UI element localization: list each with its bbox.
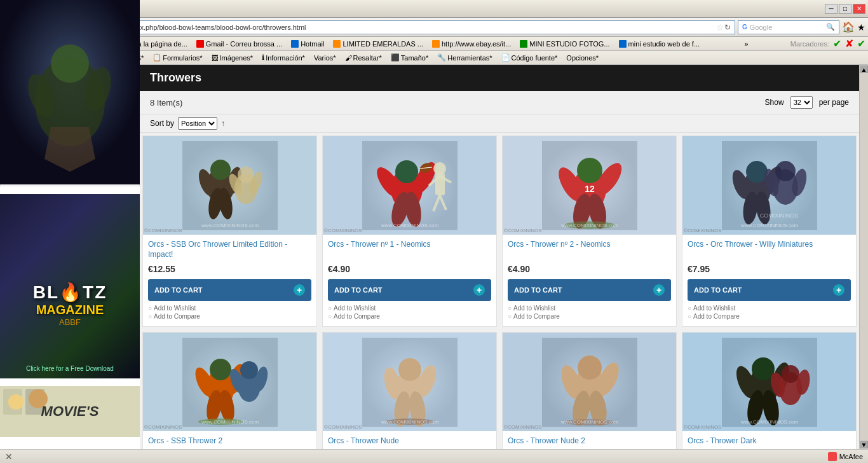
add-to-cart-button[interactable]: ADD TO CART + — [328, 279, 491, 301]
product-name[interactable]: Orcs - SSB Orc Thrower Limited Edition -… — [148, 240, 311, 260]
page-header: Throwers — [140, 65, 859, 91]
sort-select[interactable]: Position Name Price — [178, 117, 217, 130]
add-to-wishlist[interactable]: ○ Add to Wishlist — [688, 305, 851, 312]
wishlist-label: Add to Wishlist — [693, 305, 735, 312]
wishlist-dot: ○ — [328, 305, 332, 312]
product-figure-svg: 12 www.COMIXININOS.com — [542, 141, 637, 230]
product-figure-svg: www.COMIXININOS.com — [182, 141, 278, 230]
dev-label: Tamaño* — [401, 54, 428, 62]
dev-resaltar[interactable]: 🖌 Resaltar* — [342, 53, 384, 62]
dev-codigo[interactable]: 📄 Código fuente* — [499, 53, 560, 62]
product-figure-svg: www.COMIXININOS.com — [182, 338, 278, 427]
add-to-cart-button[interactable]: ADD TO CART + — [508, 279, 671, 301]
dev-opciones[interactable]: Opciones* — [564, 53, 601, 62]
add-to-compare[interactable]: ○ Add to Compare — [148, 313, 311, 320]
svg-point-71 — [240, 361, 258, 379]
dev-imagenes[interactable]: 🖼 Imágenes* — [209, 53, 256, 62]
product-watermark: ©COMIXININOS — [504, 228, 674, 233]
dev-varios[interactable]: Varios* — [311, 53, 339, 62]
svg-point-64 — [210, 359, 231, 380]
products-grid: www.COMIXININOS.com ©COMIXININOS Orcs - … — [140, 133, 859, 449]
wishlist-label: Add to Wishlist — [513, 305, 555, 312]
bookmark-favicon — [196, 40, 204, 48]
add-to-compare[interactable]: ○ Add to Compare — [688, 313, 851, 320]
page-title: Throwers — [150, 71, 849, 85]
minimize-button[interactable]: ─ — [825, 4, 837, 14]
product-image-container: COMIXININOS www.COMIXININOS.com ©COMIXIN… — [682, 136, 856, 235]
product-card: COMIXININOS www.COMIXININOS.com ©COMIXIN… — [682, 135, 857, 327]
bookmark-mini-foto[interactable]: MINI ESTUDIO FOTOG... — [517, 39, 612, 48]
add-to-wishlist[interactable]: ○ Add to Wishlist — [148, 305, 311, 312]
product-name[interactable]: Orcs - Thrower nº 2 - Neomics — [508, 240, 671, 260]
scroll-down-button[interactable]: ▼ — [860, 441, 868, 448]
dev-herramientas[interactable]: 🔧 Herramientas* — [435, 53, 494, 62]
product-name[interactable]: Orcs - Orc Thrower - Willy Miniatures — [688, 240, 851, 260]
bookmark-ebay[interactable]: http://www.ebay.es/it... — [430, 39, 513, 48]
bookmark-mini-web[interactable]: mini estudio web de f... — [616, 39, 703, 48]
product-name[interactable]: Orcs - Thrower Nude — [328, 436, 491, 449]
compare-label: Add to Compare — [334, 313, 380, 320]
bookmark-hotmail[interactable]: Hotmail — [288, 39, 327, 48]
bookmark-emeraldas[interactable]: LIMITED EMERALDAS ... — [330, 39, 426, 48]
add-to-wishlist[interactable]: ○ Add to Wishlist — [508, 305, 671, 312]
product-name[interactable]: Orcs - Thrower Nude 2 — [508, 436, 671, 449]
add-to-wishlist[interactable]: ○ Add to Wishlist — [328, 305, 491, 312]
wishlist-label: Add to Wishlist — [334, 305, 376, 312]
bookmarks-button[interactable]: ★ — [857, 22, 865, 32]
product-info: Orcs - Orc Thrower - Willy Miniatures €7… — [682, 235, 856, 326]
product-card: www.COMIXININOS.com ©COMIXININOS Orcs - … — [502, 332, 677, 449]
mcafee-section: McAfee — [828, 452, 863, 461]
product-info: Orcs - SSB Orc Thrower Limited Edition -… — [143, 235, 316, 326]
items-controls: Show 32 16 64 per page — [765, 96, 849, 109]
product-name[interactable]: Orcs - SSB Thrower 2 — [148, 436, 311, 449]
bookmark-favicon — [619, 40, 627, 48]
bookmark-star-icon[interactable]: ☆ — [716, 22, 724, 32]
more-bookmarks-button[interactable]: » — [744, 40, 748, 48]
product-name[interactable]: Orcs - Thrower Dark — [688, 436, 851, 449]
dev-icon: 📄 — [501, 53, 510, 62]
per-page-select[interactable]: 32 16 64 — [790, 96, 813, 109]
dev-label: Código fuente* — [512, 54, 558, 62]
home-button[interactable]: 🏠 — [842, 21, 855, 33]
scrollbar[interactable]: ▲ ▼ — [859, 65, 868, 449]
product-name[interactable]: Orcs - Thrower nº 1 - Neomics — [328, 240, 491, 260]
maximize-button[interactable]: □ — [839, 4, 851, 14]
add-to-compare[interactable]: ○ Add to Compare — [508, 313, 671, 320]
product-image-container: www.COMIXININOS.com ©COMIXININOS — [323, 333, 496, 431]
wishlist-compare: ○ Add to Wishlist ○ Add to Compare — [148, 305, 311, 320]
address-bar[interactable]: www.comixininos.com/index.php/blood-bowl… — [52, 20, 735, 34]
sort-arrow-icon[interactable]: ↑ — [221, 119, 225, 128]
product-figure-svg: www.COMIXININOS.com — [542, 338, 637, 427]
bookmark-gmail[interactable]: Gmail - Correu brossa ... — [194, 39, 285, 48]
svg-point-13 — [210, 160, 231, 180]
bookmark-label: mini estudio web de f... — [628, 40, 700, 48]
dev-tamano[interactable]: ⬛ Tamaño* — [388, 53, 431, 62]
product-figure-svg: www.COMIXININOS.com — [362, 338, 458, 427]
bookmark-label: http://www.ebay.es/it... — [442, 40, 511, 48]
product-info: Orcs - Thrower nº 1 - Neomics €4.90 ADD … — [323, 235, 496, 326]
dev-info[interactable]: ℹ Información* — [259, 53, 308, 62]
wishlist-compare: ○ Add to Wishlist ○ Add to Compare — [508, 305, 671, 320]
scroll-up-button[interactable]: ▲ — [860, 66, 868, 73]
search-bar[interactable]: G Google 🔍 — [738, 20, 839, 34]
add-to-compare[interactable]: ○ Add to Compare — [328, 313, 491, 320]
magazine-title: BL🔥TZ — [26, 282, 114, 303]
check-green-icon: ✔ — [833, 38, 841, 50]
status-close-icon[interactable]: ✕ — [5, 452, 13, 462]
movies-section[interactable]: MOVIE'S — [0, 386, 140, 437]
product-price: €12.55 — [148, 264, 311, 274]
search-icon[interactable]: 🔍 — [826, 23, 835, 31]
product-watermark: ©COMIXININOS — [144, 228, 314, 233]
close-button[interactable]: ✕ — [853, 4, 865, 14]
items-count: 8 Item(s) — [150, 98, 182, 107]
product-image-container: 12 www.COMIXININOS.com ©COMIXININOS — [503, 136, 676, 235]
refresh-icon[interactable]: ↻ — [724, 23, 731, 32]
dev-icon: 🖼 — [212, 54, 219, 62]
add-to-cart-button[interactable]: ADD TO CART + — [688, 279, 851, 301]
add-to-cart-button[interactable]: ADD TO CART + — [148, 279, 311, 301]
product-image-container: www.COMIXININOS.com ©COMIXININOS — [143, 136, 316, 235]
wishlist-dot: ○ — [688, 305, 691, 312]
product-watermark: ©COMIXININOS — [324, 424, 494, 430]
dev-formularios[interactable]: 📋 Formularios* — [150, 53, 205, 62]
magazine-section[interactable]: BL🔥TZ MAGAZINE ABBF Click here for a Fre… — [0, 194, 140, 378]
